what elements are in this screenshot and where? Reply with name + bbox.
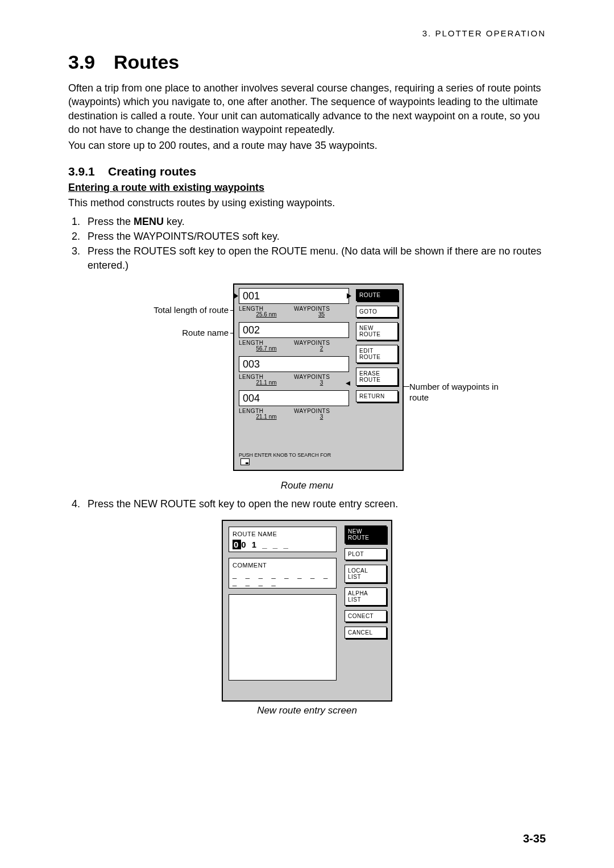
keyboard-icon — [240, 458, 250, 465]
figure-2-caption: New route entry screen — [68, 705, 546, 716]
figure-1-caption: Route menu — [68, 480, 546, 491]
softkey-plot[interactable]: PLOT — [345, 548, 387, 560]
route-name-001[interactable]: 001 — [239, 288, 349, 304]
subsection-heading: 3.9.1Creating routes — [68, 165, 546, 178]
softkey-local-list[interactable]: LOCAL LIST — [345, 565, 387, 583]
comment-value: _ _ _ _ _ _ _ _ _ _ _ _ — [233, 571, 333, 586]
selection-arrow-icon — [347, 293, 351, 299]
route-name-002[interactable]: 002 — [239, 322, 349, 338]
comment-label: COMMENT — [233, 562, 333, 569]
callout-num-waypoints: Number of waypoints in route — [409, 381, 500, 403]
route-meta-002: LENGTH56.7 nm WAYPOINTS2 — [239, 340, 349, 352]
figure-route-menu: Total length of route Route name Number … — [131, 283, 483, 477]
route-list: 001 LENGTH25.6 nm WAYPOINTS35 002 LENGTH… — [239, 288, 349, 468]
subheading: Entering a route with existing waypoints — [68, 182, 546, 194]
new-route-main: ROUTE NAME 00 1 _ _ _ COMMENT _ _ _ _ _ … — [229, 527, 337, 697]
softkey-goto[interactable]: GOTO — [356, 306, 398, 318]
intro-para-2: You can store up to 200 routes, and a ro… — [68, 139, 546, 152]
route-name-004[interactable]: 004 — [239, 390, 349, 406]
route-meta-004: LENGTH21.1 nm WAYPOINTS3 — [239, 408, 349, 420]
softkey-alpha-list[interactable]: ALPHA LIST — [345, 587, 387, 606]
step-2: Press the WAYPOINTS/ROUTES soft key. — [83, 229, 546, 243]
softkey-column: ROUTE GOTO NEW ROUTE EDIT ROUTE ERASE RO… — [356, 289, 398, 407]
softkey-erase-route[interactable]: ERASE ROUTE — [356, 368, 398, 386]
cursor-char: 0 — [233, 540, 241, 549]
new-route-screen: ROUTE NAME 00 1 _ _ _ COMMENT _ _ _ _ _ … — [222, 520, 392, 702]
callout-route-name: Route name — [132, 328, 229, 337]
cursor-arrow-icon — [233, 293, 238, 299]
figure-new-route: ROUTE NAME 00 1 _ _ _ COMMENT _ _ _ _ _ … — [222, 520, 392, 702]
subsection-number: 3.9.1 — [68, 165, 108, 178]
arrow-left-icon — [346, 381, 350, 386]
step-4: Press the NEW ROUTE soft key to open the… — [83, 497, 546, 511]
softkey-route[interactable]: ROUTE — [356, 289, 398, 301]
softkey-cancel[interactable]: CANCEL — [345, 627, 387, 639]
route-meta-003: LENGTH21.1 nm WAYPOINTS3 — [239, 374, 349, 386]
step-1: Press the MENU key. — [83, 215, 546, 228]
softkey-edit-route[interactable]: EDIT ROUTE — [356, 345, 398, 363]
step-list-2: Press the NEW ROUTE soft key to open the… — [68, 497, 546, 511]
softkey-new-route[interactable]: NEW ROUTE — [356, 322, 398, 340]
step-list-1: Press the MENU key. Press the WAYPOINTS/… — [68, 215, 546, 272]
waypoint-list-area — [229, 594, 337, 681]
section-number: 3.9 — [68, 51, 114, 73]
route-list-footer: PUSH ENTER KNOB TO SEARCH FOR — [239, 453, 341, 465]
step-3: Press the ROUTES soft key to open the RO… — [83, 244, 546, 272]
callout-total-length: Total length of route — [132, 305, 229, 315]
route-meta-001: LENGTH25.6 nm WAYPOINTS35 — [239, 306, 349, 318]
softkey-return[interactable]: RETURN — [356, 390, 398, 402]
softkey-conect[interactable]: CONECT — [345, 610, 387, 622]
subsection-title: Creating routes — [108, 165, 196, 178]
route-name-label: ROUTE NAME — [233, 531, 333, 537]
intro-para-1: Often a trip from one place to another i… — [68, 81, 546, 136]
route-menu-screen: 001 LENGTH25.6 nm WAYPOINTS35 002 LENGTH… — [233, 283, 404, 471]
section-title: Routes — [114, 51, 179, 73]
route-name-003[interactable]: 003 — [239, 356, 349, 372]
page-number: 3-35 — [523, 832, 546, 845]
section-heading: 3.9Routes — [68, 51, 546, 73]
chapter-header: 3. PLOTTER OPERATION — [422, 28, 546, 38]
route-name-value: 00 1 _ _ _ — [233, 540, 333, 549]
lead-para: This method constructs routes by using e… — [68, 196, 546, 210]
softkey-column-2: NEW ROUTE PLOT LOCAL LIST ALPHA LIST CON… — [345, 525, 387, 643]
route-name-field[interactable]: ROUTE NAME 00 1 _ _ _ — [229, 527, 337, 552]
comment-field[interactable]: COMMENT _ _ _ _ _ _ _ _ _ _ _ _ — [229, 558, 337, 589]
softkey-new-route-2[interactable]: NEW ROUTE — [345, 525, 387, 544]
